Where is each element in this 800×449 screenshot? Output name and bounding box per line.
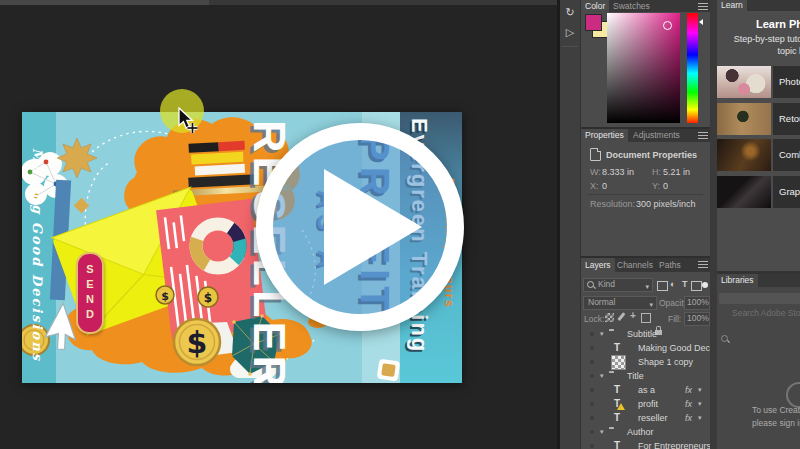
learn-item-retouching[interactable]: Retouching	[773, 103, 800, 135]
tab-properties[interactable]: Properties	[581, 129, 628, 142]
tab-channels[interactable]: Channels	[613, 258, 657, 272]
learn-thumb-photography[interactable]	[717, 66, 771, 98]
learn-item-graphics[interactable]: Graphics	[773, 176, 800, 208]
tab-adjustments[interactable]: Adjustments	[629, 129, 684, 142]
starburst	[57, 138, 97, 178]
filter-smart-objects-icon[interactable]	[702, 282, 708, 288]
layer-effects-badge[interactable]: fx	[685, 413, 692, 423]
libraries-panel-tabbar: Libraries	[717, 274, 800, 287]
history-panel-icon[interactable]: ↻	[560, 2, 580, 22]
properties-section-title: Document Properties	[606, 150, 697, 160]
learn-thumb-graphics[interactable]	[717, 176, 771, 208]
libraries-search-input[interactable]: Search Adobe Stock	[732, 308, 800, 318]
gold-diamond	[74, 198, 90, 214]
group-expand-chevron-icon[interactable]: ▾	[600, 428, 604, 436]
hue-slider[interactable]	[687, 13, 698, 123]
layer-row-text-warning[interactable]: T profit fx ▾	[581, 397, 710, 411]
move-cursor-icon	[175, 107, 203, 135]
lock-label: Lock:	[584, 314, 604, 324]
opacity-value[interactable]: 100%	[684, 296, 710, 310]
signin-line1: To use Creative	[752, 404, 800, 417]
fx-chevron-icon[interactable]: ▾	[698, 414, 702, 422]
blend-mode-select[interactable]: Normal ▾	[583, 296, 657, 310]
color-panel-tabbar: Color Swatches	[581, 0, 710, 12]
layer-row-group[interactable]: ▾ Title	[581, 369, 710, 383]
lock-transparency-icon[interactable]	[605, 313, 614, 322]
properties-divider	[588, 194, 703, 195]
chevron-down-icon: ▾	[649, 299, 653, 310]
filter-pixel-layers-icon[interactable]	[657, 281, 668, 291]
color-panel-menu-icon[interactable]	[698, 3, 708, 10]
lock-position-icon[interactable]: +	[630, 311, 636, 321]
height-label: H:	[652, 167, 661, 177]
cover-subtitle: Making Good Decisions	[30, 148, 45, 362]
filter-adjustment-layers-icon[interactable]: ◐	[670, 278, 675, 290]
x-value[interactable]: 0	[602, 181, 607, 191]
fx-chevron-icon[interactable]: ▾	[698, 400, 702, 408]
type-layer-icon: T	[614, 413, 620, 423]
learn-subtitle-line2: topic below.	[716, 46, 800, 58]
type-layer-icon: T	[614, 385, 620, 395]
group-expand-chevron-icon[interactable]: ▾	[600, 372, 604, 380]
actions-panel-icon[interactable]: ▷	[560, 22, 580, 42]
layer-effects-badge[interactable]: fx	[685, 399, 692, 409]
resolution-value: 300 pixels/inch	[636, 199, 696, 209]
layer-row-text[interactable]: T as a fx ▾	[581, 383, 710, 397]
tab-learn[interactable]: Learn	[717, 0, 747, 11]
send-button-graphic: SEND	[76, 252, 104, 334]
dock-gap	[710, 0, 717, 449]
shape-thumbnail	[611, 355, 626, 370]
chevron-down-icon: ▾	[645, 281, 649, 292]
layers-panel-tabbar: Layers Channels Paths	[581, 258, 710, 272]
search-icon	[721, 335, 728, 342]
resolution-label: Resolution:	[590, 199, 635, 209]
learn-thumb-combining[interactable]	[717, 139, 771, 171]
learn-subtitle: Step-by-step tutorials to explore a topi…	[716, 34, 800, 57]
layer-row-text[interactable]: T For Entrepreneurs	[581, 439, 710, 449]
hue-slider-marker[interactable]	[699, 19, 703, 25]
learn-panel-tabbar: Learn	[717, 0, 800, 11]
layer-filter-kind[interactable]: Kind ▾	[583, 278, 653, 292]
learn-item-photography[interactable]: Photography	[773, 66, 800, 98]
learn-item-combining[interactable]: Combining	[773, 139, 800, 171]
layer-row-shape[interactable]: Shape 1 copy	[581, 355, 710, 369]
lock-artboard-icon[interactable]	[641, 313, 651, 323]
color-field-marker[interactable]	[663, 21, 672, 30]
learn-subtitle-line1: Step-by-step tutorials to explore a	[716, 34, 800, 46]
learn-heading: Learn Photoshop	[756, 18, 800, 30]
collapsed-panel-strip: ↻ ▷	[560, 0, 581, 449]
play-icon[interactable]	[324, 169, 422, 285]
group-expand-chevron-icon[interactable]: ▾	[600, 330, 604, 338]
y-label: Y:	[652, 181, 660, 191]
layer-row-text[interactable]: T Making Good Decisions	[581, 341, 710, 355]
fx-chevron-icon[interactable]: ▾	[698, 386, 702, 394]
libraries-dropdown[interactable]	[719, 293, 800, 304]
tab-paths[interactable]: Paths	[655, 258, 685, 272]
tab-swatches[interactable]: Swatches	[609, 0, 654, 12]
coin-large: $	[174, 319, 220, 365]
tab-color[interactable]: Color	[581, 0, 609, 12]
y-value[interactable]: 0	[663, 181, 668, 191]
width-value[interactable]: 8.333 in	[602, 167, 634, 177]
fill-value[interactable]: 100%	[684, 312, 710, 326]
filter-shape-layers-icon[interactable]	[691, 281, 702, 291]
properties-panel-menu-icon[interactable]	[698, 132, 708, 139]
coin-small-2: $	[198, 287, 218, 307]
layer-effects-badge[interactable]: fx	[685, 385, 692, 395]
type-layer-icon: T	[614, 441, 620, 449]
foreground-color-swatch[interactable]	[585, 14, 602, 31]
signin-line2: please sign in	[752, 417, 800, 430]
filter-type-layers-icon[interactable]: T	[682, 278, 688, 290]
layer-row-group[interactable]: ▾ Author	[581, 425, 710, 439]
svg-text:$: $	[161, 290, 169, 303]
height-value[interactable]: 5.21 in	[663, 167, 690, 177]
learn-thumb-retouching[interactable]	[717, 103, 771, 135]
svg-text:$: $	[187, 325, 208, 360]
strip-divider	[562, 46, 578, 47]
document-icon	[590, 148, 601, 161]
layer-row-text[interactable]: T reseller fx ▾	[581, 411, 710, 425]
tab-libraries[interactable]: Libraries	[717, 274, 758, 287]
tab-layers[interactable]: Layers	[581, 258, 615, 272]
layer-row-group[interactable]: ▾ Subtitle	[581, 327, 710, 341]
layers-panel-menu-icon[interactable]	[698, 261, 708, 268]
